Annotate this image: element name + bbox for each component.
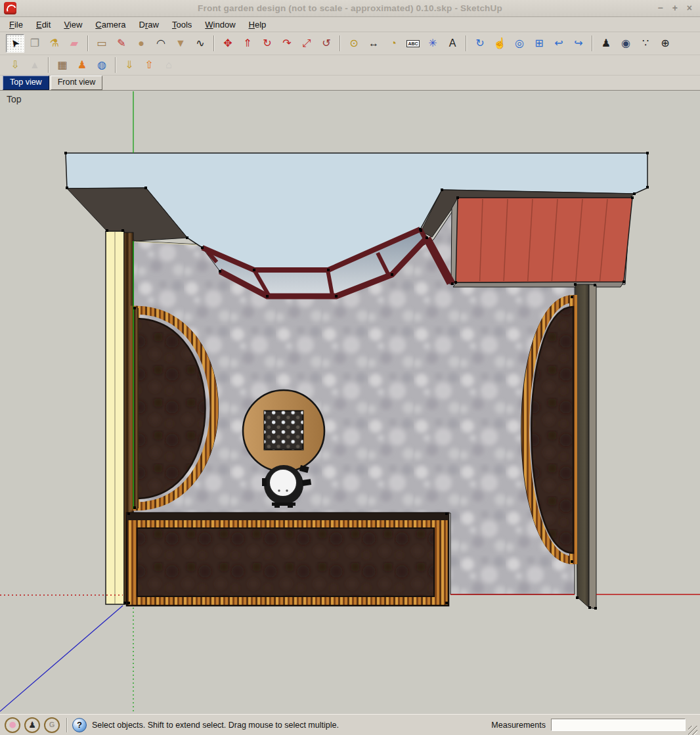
google-toolbar: ⇩▲▦♟◍⇓⇧⌂ — [0, 55, 700, 76]
scale-tool[interactable]: ⤢ — [297, 34, 316, 53]
sketchup-window: Front garden design (not to scale - appr… — [0, 0, 700, 735]
menu-edit[interactable]: Edit — [30, 18, 57, 31]
zoom-previous-tool[interactable]: ↩ — [550, 34, 568, 53]
freehand-tool-glyph: ∿ — [196, 38, 204, 49]
scene-tab-top-view[interactable]: Top view — [3, 76, 49, 90]
status-geolocation-icon[interactable]: ⬤ — [5, 717, 20, 733]
offset-tool[interactable]: ↺ — [317, 34, 336, 53]
menu-tools[interactable]: Tools — [165, 18, 198, 31]
select-tool[interactable]: ➤ — [6, 34, 24, 53]
toolbar-group: ⇩▲ — [5, 56, 45, 74]
minimize-button[interactable]: − — [657, 0, 663, 16]
right-boundary-wall[interactable] — [575, 284, 596, 609]
select-tool-glyph: ➤ — [9, 37, 22, 50]
status-google-icon[interactable]: G — [44, 717, 60, 733]
scene-tab-front-view[interactable]: Front view — [51, 76, 103, 90]
eraser-tool[interactable]: ▰ — [65, 34, 83, 53]
get-current-view-button[interactable]: ⇩ — [6, 56, 24, 74]
measurements-input[interactable] — [551, 719, 686, 731]
pan-tool[interactable]: ☝ — [491, 34, 509, 53]
text-tool[interactable]: ABC — [404, 34, 422, 53]
zoom-next-tool[interactable]: ↪ — [569, 34, 588, 53]
menu-help[interactable]: Help — [242, 18, 273, 31]
google-earth-button-glyph: ◍ — [97, 60, 106, 70]
add-location-button-glyph: ♟ — [77, 60, 87, 70]
view-label: Top — [7, 94, 22, 104]
google-earth-button[interactable]: ◍ — [93, 56, 111, 74]
status-person-icon[interactable]: ♟ — [24, 717, 40, 733]
push-pull-tool[interactable]: ⇑ — [238, 34, 257, 53]
protractor-tool-glyph: ◔ — [390, 38, 397, 49]
toolbar-group: ⇓⇧⌂ — [120, 56, 179, 74]
freehand-tool[interactable]: ∿ — [191, 34, 209, 53]
garden-table[interactable] — [243, 390, 324, 472]
make-component-tool[interactable]: ❐ — [26, 34, 44, 53]
axes-tool[interactable]: ✳ — [424, 34, 442, 53]
zoom-window-tool-glyph: ⊞ — [535, 38, 543, 49]
circle-tool[interactable]: ● — [132, 34, 150, 53]
pan-tool-glyph: ☝ — [493, 38, 506, 49]
move-tool-glyph: ✥ — [223, 38, 232, 49]
move-tool[interactable]: ✥ — [219, 34, 237, 53]
red-corrugated-roof[interactable] — [451, 198, 632, 287]
photo-textures-button[interactable]: ▦ — [53, 56, 72, 74]
protractor-tool[interactable]: ◔ — [384, 34, 403, 53]
axes-tool-glyph: ✳ — [428, 38, 437, 49]
menu-view[interactable]: View — [57, 18, 89, 31]
model-viewport[interactable]: Top — [0, 91, 700, 714]
zoom-window-tool[interactable]: ⊞ — [530, 34, 548, 53]
rectangle-tool[interactable]: ▭ — [93, 34, 111, 53]
circle-tool-glyph: ● — [138, 38, 144, 49]
zoom-tool[interactable]: ◎ — [510, 34, 529, 53]
share-component-button[interactable]: ⌂ — [160, 56, 178, 74]
title-bar: Front garden design (not to scale - appr… — [0, 0, 700, 17]
toolbar-separator — [48, 57, 49, 73]
paint-bucket-tool[interactable]: ⚗ — [45, 34, 64, 53]
follow-me-tool[interactable]: ↷ — [278, 34, 296, 53]
add-location-button[interactable]: ♟ — [73, 56, 91, 74]
position-camera-tool[interactable]: ♟ — [597, 34, 615, 53]
menu-file[interactable]: File — [3, 18, 30, 31]
status-message: Select objects. Shift to extend select. … — [92, 721, 491, 730]
share-model-button[interactable]: ⇧ — [140, 56, 158, 74]
window-title: Front garden design (not to scale - appr… — [0, 3, 700, 13]
zoom-previous-tool-glyph: ↩ — [554, 38, 563, 49]
section-plane-tool-glyph: ⊕ — [661, 38, 669, 49]
photo-textures-button-glyph: ▦ — [57, 60, 67, 70]
position-camera-tool-glyph: ♟ — [602, 38, 611, 49]
tape-measure-tool[interactable]: ⊙ — [345, 34, 363, 53]
toolbar-group: ▭✎●◠▼∿ — [92, 34, 210, 53]
rotate-tool-glyph: ↻ — [263, 38, 271, 49]
3d-text-tool[interactable]: A — [443, 34, 462, 53]
line-tool[interactable]: ✎ — [112, 34, 131, 53]
close-button[interactable]: × — [687, 0, 692, 16]
flower-bed-bottom[interactable] — [127, 513, 448, 606]
dimension-tool[interactable]: ↔ — [364, 34, 383, 53]
menu-camera[interactable]: Camera — [89, 18, 132, 31]
toggle-terrain-button[interactable]: ▲ — [26, 56, 44, 74]
polygon-tool[interactable]: ▼ — [171, 34, 190, 53]
toolbar-group: ✥⇑↻↷⤢↺ — [218, 34, 336, 53]
maximize-button[interactable]: + — [672, 0, 678, 16]
walk-tool[interactable]: ∵ — [636, 34, 655, 53]
rectangle-tool-glyph: ▭ — [97, 38, 106, 49]
status-icons: ⬤♟G — [3, 717, 62, 733]
resize-grip[interactable] — [688, 726, 697, 735]
look-around-tool[interactable]: ◉ — [617, 34, 635, 53]
menu-draw[interactable]: Draw — [133, 18, 165, 31]
toolbar-separator — [592, 35, 593, 51]
section-plane-tool[interactable]: ⊕ — [656, 34, 674, 53]
viewport-canvas[interactable]: Top — [0, 91, 700, 714]
menu-window[interactable]: Window — [198, 18, 242, 31]
get-models-button[interactable]: ⇓ — [120, 56, 139, 74]
look-around-tool-glyph: ◉ — [621, 38, 630, 49]
toolbar-separator — [115, 57, 116, 73]
status-geolocation-icon-glyph: ⬤ — [9, 722, 16, 728]
rotate-tool[interactable]: ↻ — [258, 34, 276, 53]
help-icon[interactable]: ? — [72, 718, 87, 732]
orbit-tool[interactable]: ↻ — [471, 34, 489, 53]
toolbar-group: ➤❐⚗▰ — [5, 34, 84, 53]
walk-tool-glyph: ∵ — [642, 38, 649, 49]
arc-tool[interactable]: ◠ — [152, 34, 170, 53]
make-component-tool-glyph: ❐ — [30, 38, 39, 49]
